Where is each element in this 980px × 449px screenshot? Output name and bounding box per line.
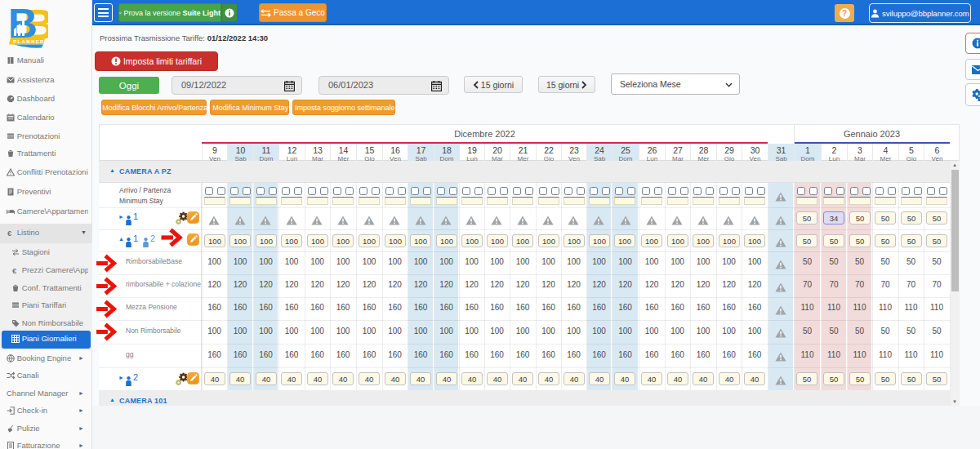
svg-text:€: € [7,229,12,237]
svg-text:€: € [12,266,17,274]
svg-text:PLANNER: PLANNER [13,39,45,44]
